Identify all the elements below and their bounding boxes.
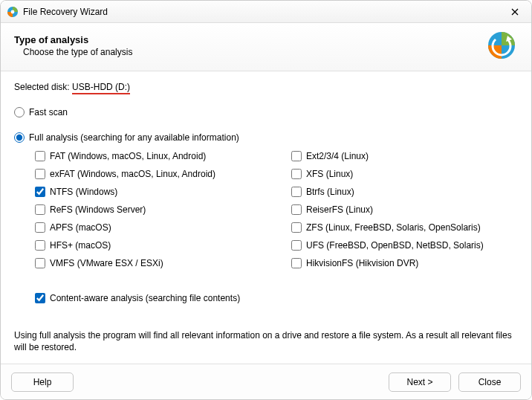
fs-checkbox-right-6[interactable]: HikvisionFS (Hikvision DVR)	[291, 258, 518, 268]
analysis-description: Using full analysis the program will fin…	[14, 329, 518, 353]
next-button[interactable]: Next >	[389, 372, 451, 392]
selected-disk-label: Selected disk:	[14, 82, 72, 92]
filesystem-grid: FAT (Windows, macOS, Linux, Android)Ext2…	[35, 147, 518, 272]
fs-checkbox-label: exFAT (Windows, macOS, Linux, Android)	[50, 169, 215, 179]
page-heading: Type of analysis	[14, 34, 485, 45]
fast-scan-label: Fast scan	[29, 107, 68, 117]
wizard-body: Selected disk: USB-HDD (D:) Fast scan Fu…	[1, 71, 531, 303]
fs-checkbox-right-0[interactable]: Ext2/3/4 (Linux)	[291, 151, 518, 161]
content-aware-label: Content-aware analysis (searching file c…	[50, 293, 240, 303]
fs-checkbox-right-1[interactable]: XFS (Linux)	[291, 169, 518, 179]
fs-checkbox-label: UFS (FreeBSD, OpenBSD, NetBSD, Solaris)	[306, 240, 484, 251]
fs-checkbox-left-2[interactable]: NTFS (Windows)	[35, 187, 262, 197]
fs-checkbox-label: HikvisionFS (Hikvision DVR)	[306, 258, 418, 268]
fs-checkbox-right-3[interactable]: ReiserFS (Linux)	[291, 204, 518, 215]
selected-disk-row: Selected disk: USB-HDD (D:)	[14, 82, 518, 92]
fs-checkbox-left-5[interactable]: HFS+ (macOS)	[35, 240, 262, 251]
fs-checkbox-label: ReFS (Windows Server)	[50, 204, 146, 215]
fs-checkbox-label: Ext2/3/4 (Linux)	[306, 151, 369, 161]
fs-checkbox-input[interactable]	[291, 222, 302, 233]
fs-checkbox-left-6[interactable]: VMFS (VMware ESX / ESXi)	[35, 258, 262, 268]
fs-checkbox-left-1[interactable]: exFAT (Windows, macOS, Linux, Android)	[35, 169, 262, 179]
fs-checkbox-label: XFS (Linux)	[306, 169, 353, 179]
fs-checkbox-input[interactable]	[291, 240, 302, 251]
fs-checkbox-label: VMFS (VMware ESX / ESXi)	[50, 258, 163, 268]
fs-checkbox-input[interactable]	[291, 187, 302, 197]
close-icon	[511, 8, 519, 16]
fs-checkbox-left-4[interactable]: APFS (macOS)	[35, 222, 262, 233]
content-aware-checkbox[interactable]: Content-aware analysis (searching file c…	[35, 293, 518, 303]
fs-checkbox-label: FAT (Windows, macOS, Linux, Android)	[50, 151, 206, 161]
window-title: File Recovery Wizard	[23, 7, 108, 17]
fs-checkbox-input[interactable]	[291, 258, 302, 268]
fs-checkbox-label: NTFS (Windows)	[50, 187, 117, 197]
fs-checkbox-input[interactable]	[35, 222, 45, 233]
fs-checkbox-input[interactable]	[35, 187, 45, 197]
wizard-header: Type of analysis Choose the type of anal…	[1, 23, 531, 71]
button-bar: Help Next > Close	[1, 364, 531, 399]
fs-checkbox-left-0[interactable]: FAT (Windows, macOS, Linux, Android)	[35, 151, 262, 161]
app-icon	[7, 6, 19, 18]
fs-checkbox-input[interactable]	[35, 204, 45, 215]
close-button[interactable]: Close	[458, 372, 521, 392]
fs-checkbox-right-2[interactable]: Btrfs (Linux)	[291, 187, 518, 197]
fast-scan-radio-input[interactable]	[14, 107, 25, 117]
titlebar: File Recovery Wizard	[1, 1, 531, 23]
fs-checkbox-right-5[interactable]: UFS (FreeBSD, OpenBSD, NetBSD, Solaris)	[291, 240, 518, 251]
selected-disk-value: USB-HDD (D:)	[72, 82, 130, 94]
fs-checkbox-input[interactable]	[35, 258, 45, 268]
fs-checkbox-input[interactable]	[35, 151, 45, 161]
page-subheading: Choose the type of analysis	[23, 47, 485, 57]
fs-checkbox-input[interactable]	[35, 169, 45, 179]
fs-checkbox-right-4[interactable]: ZFS (Linux, FreeBSD, Solaris, OpenSolari…	[291, 222, 518, 233]
fs-checkbox-input[interactable]	[291, 204, 302, 215]
fs-checkbox-input[interactable]	[291, 169, 302, 179]
svg-point-1	[11, 10, 15, 13]
content-aware-checkbox-input[interactable]	[35, 293, 45, 303]
fs-checkbox-left-3[interactable]: ReFS (Windows Server)	[35, 204, 262, 215]
full-analysis-radio-input[interactable]	[14, 132, 25, 143]
full-analysis-radio[interactable]: Full analysis (searching for any availab…	[14, 132, 518, 143]
fs-checkbox-label: APFS (macOS)	[50, 222, 111, 233]
fs-checkbox-label: HFS+ (macOS)	[50, 240, 111, 251]
fs-checkbox-input[interactable]	[35, 240, 45, 251]
close-window-button[interactable]	[505, 4, 525, 20]
recovery-icon	[485, 29, 518, 62]
fs-checkbox-input[interactable]	[291, 151, 302, 161]
fs-checkbox-label: ReiserFS (Linux)	[306, 204, 373, 215]
fs-checkbox-label: ZFS (Linux, FreeBSD, Solaris, OpenSolari…	[306, 222, 481, 233]
help-button[interactable]: Help	[11, 372, 74, 392]
full-analysis-label: Full analysis (searching for any availab…	[29, 132, 239, 143]
fast-scan-radio[interactable]: Fast scan	[14, 107, 518, 117]
fs-checkbox-label: Btrfs (Linux)	[306, 187, 354, 197]
